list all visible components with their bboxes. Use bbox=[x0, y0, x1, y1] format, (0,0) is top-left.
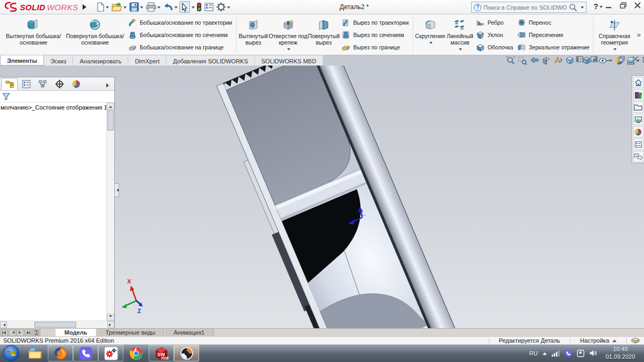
select-tool-button[interactable] bbox=[179, 1, 190, 13]
reference-geometry-button[interactable]: Справочная геометрия bbox=[595, 16, 633, 54]
dropdown-arrow-icon[interactable] bbox=[106, 6, 109, 10]
taskbar-firefox[interactable] bbox=[48, 345, 73, 361]
zoom-to-area-button[interactable] bbox=[517, 55, 528, 66]
3d-views-tab[interactable]: Трехмерные виды bbox=[97, 329, 165, 336]
volume-speaker-icon[interactable] bbox=[589, 350, 597, 357]
print-button[interactable] bbox=[145, 1, 162, 13]
hidden-icons-button[interactable] bbox=[543, 350, 547, 355]
viber-tray-icon[interactable] bbox=[565, 350, 572, 357]
zoom-to-fit-button[interactable] bbox=[506, 55, 516, 66]
first-tab-button[interactable] bbox=[1, 329, 8, 336]
document-close-button[interactable] bbox=[632, 56, 639, 62]
taskbar-chrome[interactable] bbox=[123, 344, 149, 362]
dropdown-arrow-icon[interactable] bbox=[459, 48, 462, 52]
boundary-cut-button[interactable]: Вырез по границе bbox=[340, 41, 411, 53]
intersect-button[interactable]: Пересечение bbox=[515, 28, 591, 41]
solidworks-resources-button[interactable] bbox=[633, 77, 643, 88]
dropdown-arrow-icon[interactable] bbox=[157, 6, 160, 10]
swept-boss-button[interactable]: Бобышка/основание по траектории bbox=[126, 16, 234, 28]
dynamic-annotation-views-button[interactable] bbox=[553, 56, 563, 66]
document-minimize-button[interactable] bbox=[605, 56, 611, 62]
tree-horizontal-scrollbar[interactable] bbox=[0, 321, 114, 328]
options-list-button[interactable] bbox=[203, 1, 215, 13]
taskbar-gears-app[interactable] bbox=[98, 345, 123, 361]
revolved-boss-button[interactable]: Повернутая бобышка/основание bbox=[64, 16, 127, 54]
dropdown-arrow-icon[interactable] bbox=[227, 6, 230, 10]
settings-gear-button[interactable] bbox=[215, 1, 231, 13]
solidworks-forum-button[interactable] bbox=[633, 151, 643, 162]
scroll-left-button[interactable] bbox=[0, 321, 7, 328]
next-tab-button[interactable] bbox=[17, 329, 24, 336]
previous-view-button[interactable] bbox=[529, 56, 539, 65]
dropdown-arrow-icon[interactable] bbox=[140, 6, 143, 10]
linear-pattern-button[interactable]: Линейный массив bbox=[446, 16, 474, 54]
section-view-button[interactable] bbox=[541, 56, 551, 66]
tab-dimxpert[interactable]: DimXpert bbox=[128, 55, 166, 66]
split-handle-button[interactable] bbox=[33, 329, 40, 336]
animation-tab[interactable]: Анимация1 bbox=[164, 329, 214, 336]
close-button[interactable] bbox=[634, 2, 641, 9]
lofted-boss-button[interactable]: Бобышка/основание по сечениям bbox=[126, 28, 234, 41]
appearances-scenes-button[interactable] bbox=[633, 126, 643, 137]
help-menu-button[interactable]: ? bbox=[594, 2, 603, 11]
design-library-button[interactable] bbox=[633, 89, 643, 100]
taskbar-viber[interactable] bbox=[73, 345, 98, 361]
scroll-right-button[interactable] bbox=[107, 321, 114, 328]
configurationmanager-tab[interactable] bbox=[34, 78, 51, 90]
collapse-pane-right-button[interactable] bbox=[590, 56, 598, 62]
custom-properties-button[interactable] bbox=[633, 139, 643, 150]
hole-wizard-button[interactable]: Отверстие под крепеж bbox=[268, 16, 308, 54]
new-document-button[interactable] bbox=[95, 1, 110, 13]
tree-filter-field[interactable] bbox=[0, 91, 114, 103]
view-settings-button[interactable] bbox=[642, 56, 644, 65]
horizontal-scroll-thumb[interactable] bbox=[34, 322, 76, 328]
scroll-down-button[interactable] bbox=[107, 314, 114, 321]
minimize-button[interactable] bbox=[605, 3, 612, 9]
manager-tabs-overflow-arrow[interactable] bbox=[106, 83, 111, 88]
extruded-boss-button[interactable]: Вытянутая бобышка/основание bbox=[3, 16, 64, 54]
rib-button[interactable]: Ребро bbox=[474, 16, 515, 28]
document-restore-button[interactable] bbox=[618, 56, 625, 62]
search-magnifier-icon[interactable] bbox=[569, 3, 577, 12]
taskbar-orange-shell[interactable] bbox=[174, 345, 199, 361]
tab-solidworks-mbd[interactable]: SOLIDWORKS MBD bbox=[255, 55, 323, 66]
last-tab-button[interactable] bbox=[25, 329, 32, 336]
save-button[interactable] bbox=[128, 1, 144, 13]
dropdown-arrow-icon[interactable] bbox=[429, 42, 433, 46]
select-dropdown-arrow-icon[interactable] bbox=[192, 6, 195, 10]
ribbon-overflow-button[interactable]: » bbox=[634, 16, 644, 54]
lofted-cut-button[interactable]: Вырез по сечениям bbox=[340, 28, 411, 41]
tab-features[interactable]: Элементы bbox=[0, 55, 44, 66]
dropdown-arrow-icon[interactable] bbox=[613, 48, 617, 52]
search-dropdown-arrow-icon[interactable] bbox=[581, 6, 584, 10]
panel-splitter-handle[interactable] bbox=[114, 183, 119, 197]
taskbar-clock[interactable]: 10:48 01.09.2020 bbox=[602, 346, 639, 361]
menu-flyout-button[interactable] bbox=[82, 2, 90, 12]
tab-sketch[interactable]: Эскиз bbox=[44, 55, 73, 66]
restore-button[interactable] bbox=[620, 2, 627, 9]
rebuild-button[interactable] bbox=[195, 1, 203, 13]
swept-cut-button[interactable]: Вырез по траектории bbox=[340, 16, 411, 28]
collapse-pane-left-button[interactable] bbox=[576, 56, 583, 62]
graphics-viewport[interactable]: X Z bbox=[0, 66, 644, 328]
vertical-scroll-thumb[interactable] bbox=[107, 110, 114, 131]
dropdown-arrow-icon[interactable] bbox=[123, 6, 127, 10]
tag-status-button[interactable] bbox=[627, 337, 644, 344]
model-tab[interactable]: Модель bbox=[55, 329, 97, 336]
displaymanager-tab[interactable] bbox=[68, 78, 84, 90]
revolved-cut-button[interactable]: Повернутый вырез bbox=[308, 16, 340, 54]
dimxpertmanager-tab[interactable] bbox=[51, 78, 68, 90]
tab-evaluate[interactable]: Анализировать bbox=[73, 55, 128, 66]
part-3d-model[interactable]: X Z bbox=[115, 66, 644, 328]
settings-status-button[interactable]: Настройка bbox=[570, 337, 626, 344]
feature-tree-root-node[interactable]: молчанию>_Состояние отображения 1>) bbox=[1, 104, 113, 111]
language-indicator[interactable]: RU bbox=[529, 350, 538, 357]
start-button[interactable] bbox=[3, 345, 19, 361]
file-explorer-button[interactable] bbox=[633, 102, 643, 113]
shell-button[interactable]: Оболочка bbox=[474, 41, 515, 53]
boundary-boss-button[interactable]: Бобышка/основание на границе bbox=[126, 41, 234, 53]
mirror-button[interactable]: Зеркальное отражение bbox=[515, 41, 591, 53]
extruded-cut-button[interactable]: Вытянутый вырез bbox=[238, 16, 268, 54]
tree-vertical-scrollbar[interactable] bbox=[106, 103, 114, 321]
fillet-button[interactable]: Скругление bbox=[414, 16, 445, 54]
